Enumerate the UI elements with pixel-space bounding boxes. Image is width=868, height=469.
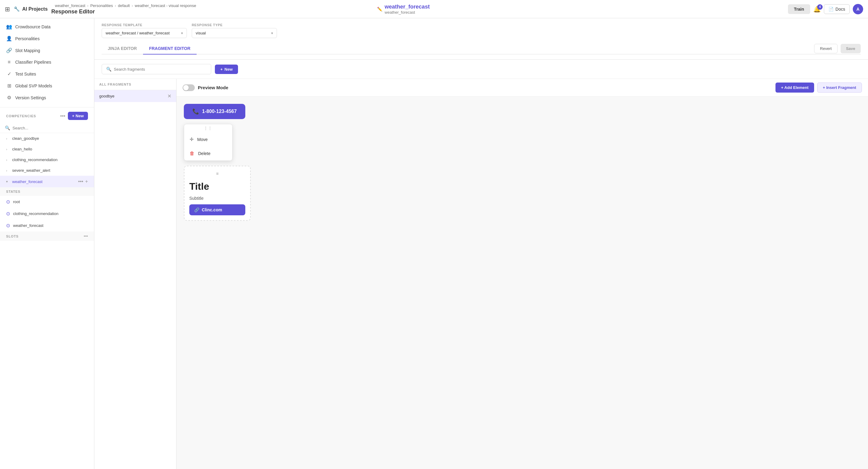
insert-fragment-button[interactable]: + Insert Fragment	[817, 83, 862, 93]
train-button[interactable]: Train	[788, 4, 810, 14]
context-menu-handle[interactable]: ⋮⋮	[184, 124, 232, 132]
card-handle[interactable]: ≡	[189, 171, 245, 176]
new-label: New	[75, 114, 84, 118]
delete-icon: 🗑	[190, 151, 194, 156]
response-type-select[interactable]: visual ▾	[192, 28, 277, 38]
tree-item-severe-weather[interactable]: › severe_weather_alert	[0, 165, 94, 176]
visual-editor-toolbar: Preview Mode + Add Element + Insert Frag…	[177, 79, 868, 96]
top-right: Train 🔔 4 📄 Docs A	[788, 4, 863, 14]
notification-button[interactable]: 🔔 4	[813, 5, 821, 13]
tab-actions: Revert Save	[814, 44, 861, 53]
card-element: ≡ Title Subtitle 🔗 Clinc.com	[184, 166, 251, 221]
sidebar-label-personalities: Personalities	[15, 36, 39, 41]
save-button[interactable]: Save	[841, 44, 861, 53]
sidebar-nav: 👥 Crowdsource Data 👤 Personalities 🔗 Slo…	[0, 18, 94, 106]
top-nav: ⊞ 🔧 AI Projects weather_forecast › Perso…	[0, 0, 868, 18]
chevron-down-icon: ▾	[271, 31, 273, 35]
docs-label: Docs	[835, 7, 845, 11]
tree-item-clothing-recommendation[interactable]: › clothing_recommendation	[0, 154, 94, 165]
competencies-label: COMPETENCIES	[6, 114, 36, 118]
tab-fragment[interactable]: FRAGMENT EDITOR	[143, 43, 196, 55]
page-title: Response Editor	[52, 8, 196, 15]
response-type-value: visual	[196, 31, 269, 35]
sidebar-item-slot-mapping[interactable]: 🔗 Slot Mapping	[0, 45, 94, 56]
sidebar-item-classifier[interactable]: ≡ Classifier Pipelines	[0, 56, 94, 68]
breadcrumb-3[interactable]: default	[118, 3, 130, 8]
state-item-root[interactable]: ⊙ root	[0, 196, 94, 208]
tree-item-weather-forecast[interactable]: ▾ weather_forecast ••• +	[0, 176, 94, 187]
sidebar-item-global-svp[interactable]: ⊞ Global SVP Models	[0, 80, 94, 92]
context-menu-move[interactable]: ✛ Move	[184, 132, 232, 146]
sidebar-label-test-suites: Test Suites	[15, 71, 36, 77]
context-menu: ⋮⋮ ✛ Move 🗑 Delete	[184, 124, 232, 161]
plus-icon: +	[220, 67, 223, 71]
new-fragment-button[interactable]: + New	[215, 64, 238, 74]
classifier-icon: ≡	[6, 59, 12, 65]
response-template-select[interactable]: weather_forecast / weather_forecast ▾	[102, 28, 187, 38]
project-name-main: weather_forecast	[385, 4, 430, 10]
fragment-search-input[interactable]	[114, 67, 207, 71]
state-label: root	[13, 200, 20, 204]
slots-more-button[interactable]: •••	[84, 234, 88, 238]
breadcrumb-1[interactable]: weather_forecast	[55, 3, 86, 8]
card-link-button[interactable]: 🔗 Clinc.com	[189, 204, 245, 215]
move-label: Move	[197, 137, 208, 142]
tab-jinja[interactable]: JINJA EDITOR	[102, 43, 143, 55]
chevron-right-icon: ›	[6, 158, 10, 162]
tree-item-label: clean_goodbye	[12, 136, 39, 141]
card-title: Title	[189, 181, 245, 192]
slot-mapping-icon: 🔗	[6, 48, 12, 53]
grid-icon[interactable]: ⊞	[5, 5, 10, 13]
state-label: clothing_recommendation	[13, 211, 58, 216]
tree-item-clean-hello[interactable]: › clean_hello	[0, 144, 94, 154]
fragment-item-label: goodbye	[99, 94, 115, 98]
preview-mode-toggle-switch[interactable]	[183, 84, 195, 91]
tree-item-more-button[interactable]: •••	[78, 179, 83, 184]
sidebar-divider	[0, 107, 94, 108]
phone-button[interactable]: 📞 1-800-123-4567	[184, 104, 245, 119]
preview-mode-label: Preview Mode	[198, 85, 228, 90]
response-template-value: weather_forecast / weather_forecast	[105, 31, 179, 35]
sidebar-item-crowdsource[interactable]: 👥 Crowdsource Data	[0, 21, 94, 33]
tree-item-add-button[interactable]: +	[85, 179, 88, 184]
sidebar-item-personalities[interactable]: 👤 Personalities	[0, 33, 94, 45]
toggle-knob	[183, 85, 189, 90]
fragment-editor: ALL FRAGMENTS goodbye ✕ Preview Mode	[94, 79, 868, 469]
state-label: weather_forecast	[13, 223, 43, 228]
context-menu-delete[interactable]: 🗑 Delete	[184, 146, 232, 160]
visual-canvas: 📞 1-800-123-4567 ⋮⋮ ✛ Move 🗑	[177, 96, 868, 469]
response-type-group: Response Type visual ▾	[192, 23, 277, 38]
slots-section-header: SLOTS •••	[0, 231, 94, 241]
all-fragments-label: ALL FRAGMENTS	[94, 79, 176, 90]
fragment-item-goodbye[interactable]: goodbye ✕	[94, 90, 176, 102]
new-fragment-label: New	[225, 67, 233, 71]
sidebar-label-crowdsource: Crowdsource Data	[15, 24, 51, 29]
competencies-more-button[interactable]: •••	[60, 113, 65, 119]
avatar-button[interactable]: A	[853, 4, 863, 14]
tree-item-clean-goodbye[interactable]: › clean_goodbye	[0, 133, 94, 144]
link-icon: 🔗	[194, 207, 199, 212]
sidebar-item-test-suites[interactable]: ✓ Test Suites	[0, 68, 94, 80]
fragment-close-button[interactable]: ✕	[167, 93, 172, 99]
state-item-weather-forecast[interactable]: ⊙ weather_forecast	[0, 219, 94, 231]
tree-item-label: clothing_recommendation	[12, 157, 58, 162]
phone-number-label: 1-800-123-4567	[202, 109, 237, 114]
tabs-row: JINJA EDITOR FRAGMENT EDITOR Revert Save	[102, 43, 861, 55]
new-competency-button[interactable]: + New	[68, 112, 88, 120]
fragment-search-container: 🔍	[102, 64, 211, 74]
sidebar-label-version-settings: Version Settings	[15, 95, 46, 100]
tree-item-label: weather_forecast	[12, 179, 42, 184]
state-icon: ⊙	[6, 223, 10, 228]
edit-pencil-icon[interactable]: ✏️	[377, 7, 382, 11]
sidebar-search-input[interactable]	[12, 126, 89, 130]
add-element-button[interactable]: + Add Element	[775, 83, 814, 93]
breadcrumb-2[interactable]: Personalities	[90, 3, 113, 8]
response-template-group: Response Template weather_forecast / wea…	[102, 23, 187, 38]
state-item-clothing-recommendation[interactable]: ⊙ clothing_recommendation	[0, 208, 94, 219]
revert-button[interactable]: Revert	[814, 44, 837, 53]
chevron-right-icon: ›	[6, 137, 10, 140]
docs-button[interactable]: 📄 Docs	[824, 4, 850, 14]
breadcrumb-4[interactable]: weather_forecast - visual response	[135, 3, 196, 8]
test-icon: ✓	[6, 71, 12, 77]
sidebar-item-version-settings[interactable]: ⚙ Version Settings	[0, 92, 94, 104]
